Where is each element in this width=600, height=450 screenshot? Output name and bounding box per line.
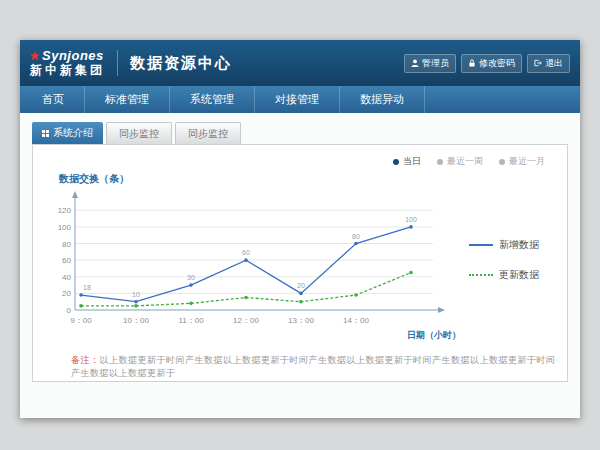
topbar-actions: 管理员 修改密码 退出 bbox=[404, 54, 570, 73]
series-line-sample-update bbox=[469, 274, 493, 276]
svg-text:9：00: 9：00 bbox=[70, 316, 92, 325]
svg-text:30: 30 bbox=[187, 274, 195, 281]
svg-text:11：00: 11：00 bbox=[178, 316, 204, 325]
svg-text:18: 18 bbox=[83, 284, 91, 291]
admin-button[interactable]: 管理员 bbox=[404, 54, 456, 73]
svg-text:日期（小时）: 日期（小时） bbox=[407, 330, 461, 340]
svg-text:40: 40 bbox=[62, 273, 71, 282]
logo-star-icon bbox=[30, 51, 40, 61]
footnote-label: 备注： bbox=[71, 355, 100, 365]
tab-sync-monitor-1[interactable]: 同步监控 bbox=[106, 122, 172, 144]
legend-dot-last-week bbox=[437, 159, 443, 165]
change-password-label: 修改密码 bbox=[479, 57, 515, 70]
lock-icon bbox=[468, 59, 476, 67]
footnote-text: 以上数据更新于时间产生数据以上数据更新于时间产生数据以上数据更新于时间产生数据以… bbox=[71, 355, 556, 378]
legend-new-data[interactable]: 新增数据 bbox=[469, 238, 539, 252]
svg-text:14：00: 14：00 bbox=[343, 316, 369, 325]
series-line-sample-new bbox=[469, 244, 493, 246]
svg-text:20: 20 bbox=[297, 282, 305, 289]
tab-bar: 系统介绍 同步监控 同步监控 bbox=[32, 123, 580, 144]
nav-item-home[interactable]: 首页 bbox=[22, 86, 85, 113]
series-legend: 新增数据 更新数据 bbox=[469, 238, 539, 282]
footnote: 备注：以上数据更新于时间产生数据以上数据更新于时间产生数据以上数据更新于时间产生… bbox=[71, 354, 563, 388]
admin-button-label: 管理员 bbox=[422, 57, 449, 70]
svg-text:20: 20 bbox=[62, 289, 71, 298]
main-nav: 首页 标准管理 系统管理 对接管理 数据异动 bbox=[20, 86, 580, 113]
svg-text:60: 60 bbox=[242, 249, 250, 256]
chart-row: 0204060801001209：0010：0011：0012：0013：001… bbox=[37, 188, 563, 346]
svg-text:80: 80 bbox=[62, 240, 71, 249]
logo: Synjones 新中新集团 bbox=[30, 49, 105, 77]
series-new-label: 新增数据 bbox=[499, 238, 539, 252]
grid-icon bbox=[42, 130, 49, 137]
legend-dot-last-month bbox=[499, 159, 505, 165]
app-window: Synjones 新中新集团 数据资源中心 管理员 bbox=[20, 40, 580, 418]
legend-last-month-label: 最近一月 bbox=[509, 155, 545, 168]
svg-text:12：00: 12：00 bbox=[233, 316, 259, 325]
svg-text:100: 100 bbox=[405, 216, 417, 223]
legend-last-week-label: 最近一周 bbox=[447, 155, 483, 168]
y-axis-title: 数据交换（条） bbox=[59, 172, 563, 186]
series-update-label: 更新数据 bbox=[499, 268, 539, 282]
change-password-button[interactable]: 修改密码 bbox=[461, 54, 522, 73]
legend-update-data[interactable]: 更新数据 bbox=[469, 268, 539, 282]
legend-last-month[interactable]: 最近一月 bbox=[499, 155, 545, 168]
tab-label: 系统介绍 bbox=[53, 126, 93, 140]
logout-label: 退出 bbox=[545, 57, 563, 70]
svg-text:80: 80 bbox=[352, 233, 360, 240]
legend-last-week[interactable]: 最近一周 bbox=[437, 155, 483, 168]
time-range-legend: 当日 最近一周 最近一月 bbox=[37, 151, 563, 168]
nav-item-standard-mgmt[interactable]: 标准管理 bbox=[85, 86, 170, 113]
logo-text: Synjones bbox=[42, 49, 104, 63]
svg-text:0: 0 bbox=[67, 306, 72, 315]
user-icon bbox=[411, 59, 419, 67]
svg-text:10：00: 10：00 bbox=[123, 316, 149, 325]
nav-item-data-change[interactable]: 数据异动 bbox=[340, 86, 425, 113]
svg-text:13：00: 13：00 bbox=[288, 316, 314, 325]
brand-text: 新中新集团 bbox=[30, 64, 105, 77]
nav-item-system-mgmt[interactable]: 系统管理 bbox=[170, 86, 255, 113]
tab-label: 同步监控 bbox=[188, 128, 228, 139]
legend-dot-today bbox=[393, 159, 399, 165]
tab-label: 同步监控 bbox=[119, 128, 159, 139]
logout-button[interactable]: 退出 bbox=[527, 54, 570, 73]
page-background: Synjones 新中新集团 数据资源中心 管理员 bbox=[0, 40, 600, 418]
line-chart: 0204060801001209：0010：0011：0012：0013：001… bbox=[45, 188, 465, 346]
chart-panel: 当日 最近一周 最近一月 数据交换（条） 0204060801001209：00… bbox=[32, 144, 568, 382]
header-divider bbox=[117, 50, 118, 76]
content-area: 系统介绍 同步监控 同步监控 当日 最近一周 bbox=[20, 113, 580, 418]
svg-text:100: 100 bbox=[58, 223, 72, 232]
tab-sync-monitor-2[interactable]: 同步监控 bbox=[175, 122, 241, 144]
topbar: Synjones 新中新集团 数据资源中心 管理员 bbox=[20, 40, 580, 86]
legend-today-label: 当日 bbox=[403, 155, 421, 168]
app-title: 数据资源中心 bbox=[130, 54, 232, 73]
tab-system-intro[interactable]: 系统介绍 bbox=[32, 122, 103, 144]
svg-text:120: 120 bbox=[58, 206, 72, 215]
nav-item-connection-mgmt[interactable]: 对接管理 bbox=[255, 86, 340, 113]
svg-text:60: 60 bbox=[62, 256, 71, 265]
logout-icon bbox=[534, 59, 542, 67]
legend-today[interactable]: 当日 bbox=[393, 155, 421, 168]
svg-text:10: 10 bbox=[132, 291, 140, 298]
